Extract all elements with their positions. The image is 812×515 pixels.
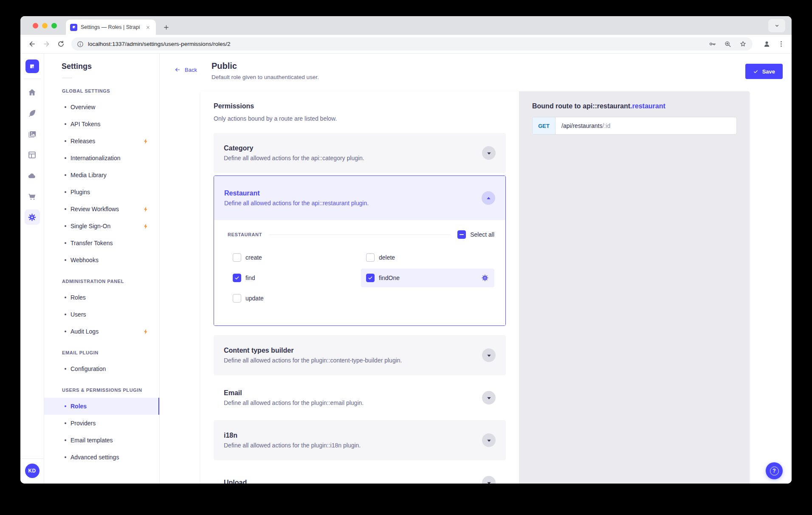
permission-settings-icon[interactable] xyxy=(481,274,489,282)
caret-down-icon[interactable] xyxy=(482,433,496,447)
bound-route-title: Bound route to api::restaurant.restauran… xyxy=(532,102,737,110)
sidebar-item-users[interactable]: Users xyxy=(44,306,159,323)
permission-find[interactable]: find xyxy=(228,269,361,287)
sidebar-item-api-tokens[interactable]: API Tokens xyxy=(44,116,159,133)
home-icon[interactable] xyxy=(25,85,40,100)
zoom-in-icon[interactable] xyxy=(723,40,732,49)
sidebar-item-configuration[interactable]: Configuration xyxy=(44,360,159,377)
indeterminate-icon xyxy=(460,234,464,235)
sidebar-item-label: Overview xyxy=(70,104,95,110)
sidebar-item-transfer-tokens[interactable]: Transfer Tokens xyxy=(44,235,159,252)
forward-icon[interactable] xyxy=(41,39,52,50)
marketplace-icon[interactable] xyxy=(25,189,40,204)
title-block: Public Default role given to unauthentic… xyxy=(211,61,319,80)
page-header: Back Public Default role given to unauth… xyxy=(160,54,792,91)
accordion-body: RESTAURANTSelect allcreatedeletefindfind… xyxy=(214,220,505,325)
sidebar-item-internationalization[interactable]: Internationalization xyxy=(44,150,159,167)
bullet-icon xyxy=(65,208,66,210)
save-button[interactable]: Save xyxy=(745,64,783,79)
settings-icon[interactable] xyxy=(25,209,40,225)
accordion-content-types-builder[interactable]: Content types builderDefine all allowed … xyxy=(214,335,506,375)
permission-findone[interactable]: findOne xyxy=(361,269,494,287)
deploy-icon[interactable] xyxy=(25,168,40,183)
sidebar-item-media-library[interactable]: Media Library xyxy=(44,167,159,184)
accordion-i18n[interactable]: i18nDefine all allowed actions for the p… xyxy=(214,420,506,460)
bound-route-title-accent: .restaurant xyxy=(630,102,665,110)
accordion-email[interactable]: EmailDefine all allowed actions for the … xyxy=(214,378,506,418)
window-minimize-button[interactable] xyxy=(42,23,48,28)
accordion-title: Restaurant xyxy=(224,190,469,197)
url-text[interactable]: localhost:1337/admin/settings/users-perm… xyxy=(88,41,702,47)
tab-title: Settings — Roles | Strapi xyxy=(81,24,141,30)
help-button[interactable]: ? xyxy=(766,462,783,479)
route-path-base: /api/restaurants xyxy=(561,122,603,129)
sidebar-item-roles[interactable]: Roles xyxy=(44,398,159,415)
permission-label: delete xyxy=(379,254,395,261)
update-checkbox[interactable] xyxy=(233,294,241,303)
find-checkbox[interactable] xyxy=(233,274,241,282)
caret-down-icon[interactable] xyxy=(482,146,496,160)
sidebar-item-label: Providers xyxy=(70,420,96,427)
bullet-icon xyxy=(65,314,66,315)
permission-group-label: RESTAURANT xyxy=(228,232,262,237)
browser-menu-icon[interactable] xyxy=(776,40,786,49)
bullet-icon xyxy=(65,297,66,298)
sidebar-section-label: EMAIL PLUGIN xyxy=(62,350,159,355)
sidebar-item-plugins[interactable]: Plugins xyxy=(44,184,159,201)
back-icon[interactable] xyxy=(26,39,37,50)
user-avatar[interactable]: KD xyxy=(25,464,39,478)
address-bar[interactable]: localhost:1337/admin/settings/users-perm… xyxy=(71,37,753,51)
question-mark-icon: ? xyxy=(770,467,779,475)
new-tab-button[interactable] xyxy=(160,21,172,33)
route-path: /api/restaurants/:id xyxy=(555,117,610,134)
content-manager-icon[interactable] xyxy=(25,105,40,121)
sidebar-item-providers[interactable]: Providers xyxy=(44,415,159,432)
browser-tab[interactable]: Settings — Roles | Strapi xyxy=(66,20,156,35)
window-zoom-button[interactable] xyxy=(51,23,57,28)
sidebar-item-review-workflows[interactable]: Review Workflows xyxy=(44,201,159,218)
caret-down-icon[interactable] xyxy=(482,348,496,362)
accordion-header[interactable]: RestaurantDefine all allowed actions for… xyxy=(214,176,505,220)
select-all-checkbox[interactable] xyxy=(457,230,466,239)
tab-close-icon[interactable] xyxy=(144,24,152,31)
tab-search-button[interactable] xyxy=(768,19,785,32)
caret-down-icon[interactable] xyxy=(482,391,496,405)
permission-delete[interactable]: delete xyxy=(361,248,494,267)
sidebar-item-advanced-settings[interactable]: Advanced settings xyxy=(44,449,159,466)
sidebar-item-audit-logs[interactable]: Audit Logs xyxy=(44,323,159,340)
permission-update[interactable]: update xyxy=(228,289,361,308)
bullet-icon xyxy=(65,439,66,441)
window-close-button[interactable] xyxy=(33,23,38,28)
create-checkbox[interactable] xyxy=(233,253,241,262)
caret-up-icon[interactable] xyxy=(482,191,495,205)
media-library-icon[interactable] xyxy=(25,126,40,141)
sidebar-item-single-sign-on[interactable]: Single Sign-On xyxy=(44,218,159,235)
accordion-title: i18n xyxy=(224,432,469,439)
tab-strip: Settings — Roles | Strapi xyxy=(20,16,792,35)
sidebar-item-overview[interactable]: Overview xyxy=(44,99,159,116)
bullet-icon xyxy=(65,225,66,227)
accordion-category[interactable]: CategoryDefine all allowed actions for t… xyxy=(214,133,506,173)
sidebar-item-webhooks[interactable]: Webhooks xyxy=(44,252,159,269)
findone-checkbox[interactable] xyxy=(366,274,375,282)
sidebar-item-roles[interactable]: Roles xyxy=(44,289,159,306)
accordion-description: Define all allowed actions for the plugi… xyxy=(224,399,469,406)
caret-down-icon[interactable] xyxy=(482,476,496,484)
content-type-builder-icon[interactable] xyxy=(25,147,40,162)
sidebar-item-label: Internationalization xyxy=(70,155,121,161)
site-info-icon[interactable] xyxy=(76,40,84,48)
permissions-card: Permissions Only actions bound by a rout… xyxy=(200,91,750,484)
bookmark-star-icon[interactable] xyxy=(738,40,747,49)
accordion-upload[interactable]: Upload xyxy=(214,463,506,484)
rail-divider xyxy=(24,79,41,79)
permission-create[interactable]: create xyxy=(228,248,361,267)
sidebar-item-email-templates[interactable]: Email templates xyxy=(44,432,159,449)
reload-icon[interactable] xyxy=(55,39,66,50)
password-key-icon[interactable] xyxy=(708,40,717,49)
delete-checkbox[interactable] xyxy=(366,253,375,262)
premium-bolt-icon xyxy=(143,206,149,212)
strapi-logo[interactable] xyxy=(25,59,39,73)
profile-icon[interactable] xyxy=(762,40,771,49)
sidebar-item-releases[interactable]: Releases xyxy=(44,133,159,150)
back-link[interactable]: Back xyxy=(174,66,197,73)
